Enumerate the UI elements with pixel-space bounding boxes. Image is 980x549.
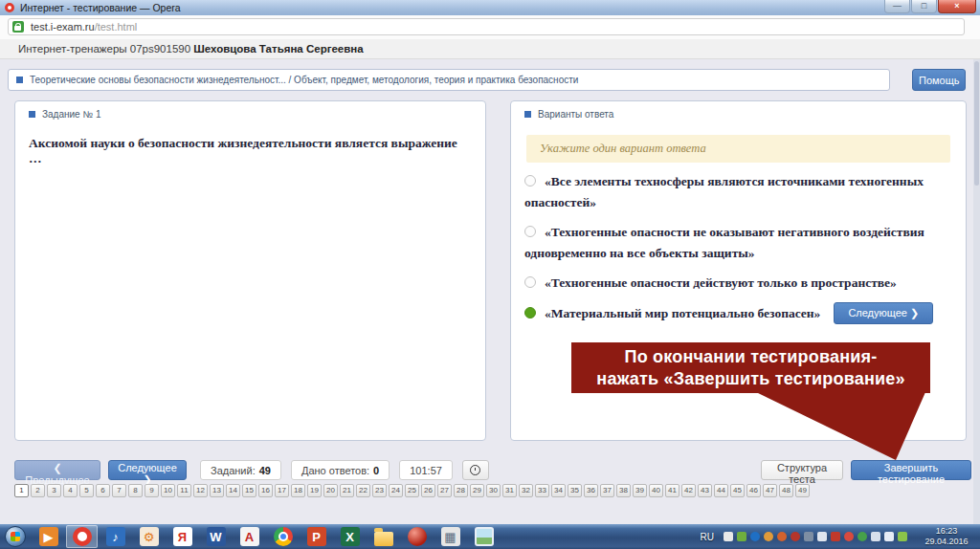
media-player-taskbar-button[interactable]: ▶	[33, 525, 64, 548]
page-button-29[interactable]: 29	[470, 484, 484, 497]
test-structure-button[interactable]: Структура теста	[761, 460, 843, 480]
finish-test-button[interactable]: Завершить тестирование	[851, 460, 971, 480]
cleaner-icon[interactable]	[831, 532, 840, 541]
page-button-31[interactable]: 31	[502, 484, 517, 497]
page-button-41[interactable]: 41	[665, 484, 679, 497]
page-button-25[interactable]: 25	[405, 484, 419, 497]
page-button-36[interactable]: 36	[584, 484, 598, 497]
page-button-28[interactable]: 28	[454, 484, 468, 497]
radio-selected-icon[interactable]	[524, 307, 536, 318]
page-button-16[interactable]: 16	[258, 484, 273, 497]
answer-option[interactable]: «Техногенные опасности действуют только …	[524, 273, 952, 294]
page-button-6[interactable]: 6	[96, 484, 110, 497]
page-button-17[interactable]: 17	[275, 484, 289, 497]
volume-tray-icon[interactable]	[884, 532, 894, 541]
scrollbar[interactable]	[973, 59, 980, 524]
image-viewer-taskbar-button[interactable]	[468, 525, 500, 548]
red-globe-app-taskbar-button[interactable]	[401, 525, 433, 548]
bluetooth-icon[interactable]	[750, 532, 760, 541]
safe-money-icon[interactable]	[898, 532, 907, 541]
page-button-13[interactable]: 13	[210, 484, 224, 497]
page-button-30[interactable]: 30	[486, 484, 501, 497]
page-button-43[interactable]: 43	[698, 484, 712, 497]
page-button-1[interactable]: 1	[14, 484, 29, 497]
opera-taskbar-button[interactable]	[66, 525, 98, 548]
page-button-44[interactable]: 44	[714, 484, 728, 497]
page-button-3[interactable]: 3	[47, 484, 61, 497]
usb-device-icon[interactable]	[817, 532, 827, 541]
lock-icon[interactable]	[12, 21, 24, 33]
page-button-15[interactable]: 15	[242, 484, 256, 497]
page-button-32[interactable]: 32	[519, 484, 533, 497]
radio-icon[interactable]	[524, 276, 536, 288]
timer-toggle-button[interactable]	[462, 460, 489, 480]
page-button-24[interactable]: 24	[389, 484, 403, 497]
page-button-37[interactable]: 37	[600, 484, 614, 497]
page-button-4[interactable]: 4	[63, 484, 78, 497]
page-button-40[interactable]: 40	[649, 484, 663, 497]
page-button-7[interactable]: 7	[112, 484, 126, 497]
page-button-21[interactable]: 21	[340, 484, 354, 497]
page-button-34[interactable]: 34	[551, 484, 566, 497]
page-button-46[interactable]: 46	[746, 484, 761, 497]
kaspersky-icon[interactable]	[791, 532, 800, 541]
page-button-35[interactable]: 35	[568, 484, 582, 497]
volume-mixer-taskbar-button[interactable]: ♪	[100, 525, 131, 548]
answer-option[interactable]: «Техногенные опасности не оказывают нега…	[524, 222, 952, 264]
answer-option[interactable]: «Материальный мир потенциально безопасен…	[524, 302, 952, 324]
chrome-taskbar-button[interactable]	[267, 525, 299, 548]
page-button-22[interactable]: 22	[356, 484, 370, 497]
scrollbar-thumb[interactable]	[974, 61, 979, 186]
word-taskbar-button[interactable]: W	[200, 525, 232, 548]
page-button-8[interactable]: 8	[128, 484, 143, 497]
maximize-button[interactable]: □	[911, 0, 937, 13]
page-button-38[interactable]: 38	[616, 484, 631, 497]
page-button-45[interactable]: 45	[730, 484, 745, 497]
page-button-39[interactable]: 39	[633, 484, 647, 497]
taskbar-clock[interactable]: 16:23 29.04.2016	[917, 526, 976, 547]
page-button-48[interactable]: 48	[779, 484, 793, 497]
radio-icon[interactable]	[524, 226, 536, 237]
page-button-26[interactable]: 26	[421, 484, 435, 497]
radio-icon[interactable]	[524, 175, 536, 187]
sync-icon[interactable]	[858, 532, 867, 541]
page-button-19[interactable]: 19	[307, 484, 322, 497]
update-icon[interactable]	[764, 532, 773, 541]
security-alert-icon[interactable]	[777, 532, 787, 541]
address-bar[interactable]: test.i-exam.ru /test.html	[8, 18, 965, 35]
excel-taskbar-button[interactable]: X	[334, 525, 366, 548]
page-button-42[interactable]: 42	[681, 484, 696, 497]
start-button[interactable]	[5, 526, 26, 547]
next-question-button[interactable]: Следующее ❯	[108, 460, 187, 480]
settings-gear-taskbar-button[interactable]: ⚙	[133, 525, 165, 548]
page-button-33[interactable]: 33	[535, 484, 549, 497]
network-signal-icon[interactable]	[871, 532, 880, 541]
page-button-9[interactable]: 9	[145, 484, 159, 497]
language-indicator[interactable]: RU	[701, 532, 714, 542]
help-button[interactable]: Помощь	[912, 69, 966, 91]
page-button-49[interactable]: 49	[795, 484, 810, 497]
tools-icon[interactable]	[804, 532, 813, 541]
powerpoint-taskbar-button[interactable]: P	[301, 525, 332, 548]
close-button[interactable]: ×	[938, 0, 976, 13]
page-button-12[interactable]: 12	[193, 484, 208, 497]
next-question-inline-button[interactable]: Следующее ❯	[834, 302, 933, 324]
task-grid-taskbar-button[interactable]: ▦	[434, 525, 466, 548]
page-button-27[interactable]: 27	[437, 484, 452, 497]
page-button-11[interactable]: 11	[177, 484, 191, 497]
page-button-20[interactable]: 20	[323, 484, 338, 497]
yandex-browser-taskbar-button[interactable]: Я	[167, 525, 198, 548]
minimize-button[interactable]: —	[884, 0, 910, 13]
antivirus-shield-icon[interactable]	[737, 532, 746, 541]
page-button-23[interactable]: 23	[372, 484, 387, 497]
opera-tray-icon[interactable]	[844, 532, 854, 541]
page-button-18[interactable]: 18	[291, 484, 305, 497]
page-button-2[interactable]: 2	[31, 484, 45, 497]
answer-option[interactable]: «Все элементы техносферы являются источн…	[524, 171, 952, 213]
page-button-47[interactable]: 47	[763, 484, 777, 497]
action-center-icon[interactable]	[724, 532, 733, 541]
page-button-5[interactable]: 5	[79, 484, 94, 497]
file-explorer-taskbar-button[interactable]	[368, 525, 399, 548]
previous-question-button[interactable]: ❮ Предыдущее	[14, 460, 100, 480]
acrobat-reader-taskbar-button[interactable]: A	[234, 525, 265, 548]
